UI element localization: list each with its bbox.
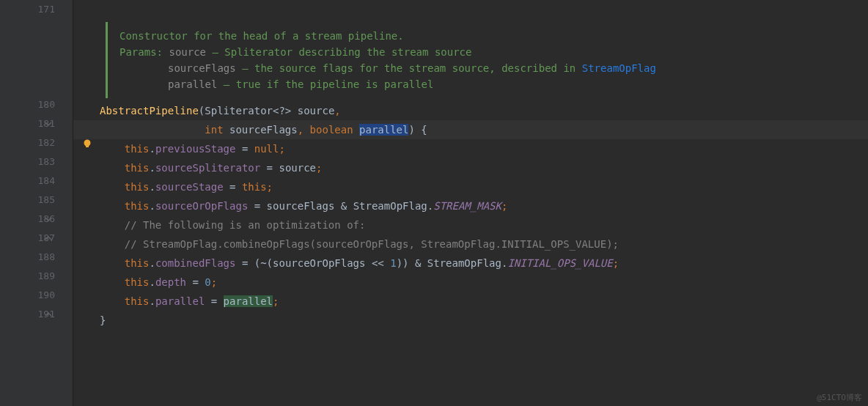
code-line[interactable]: } [100, 311, 868, 330]
line-number: 182 [0, 133, 55, 152]
code-line[interactable]: this.sourceStage = this; [100, 177, 868, 196]
code-editor[interactable]: 171 180 181 182 183 184 185 186 [0, 0, 868, 406]
line-number: 180 [0, 95, 55, 114]
fold-marker-icon[interactable] [45, 120, 52, 128]
line-numbers: 171 180 181 182 183 184 185 186 [0, 0, 73, 324]
svg-point-0 [84, 140, 91, 147]
line-number: 183 [0, 152, 55, 171]
selection-highlight: parallel [359, 124, 408, 136]
javadoc-summary: Constructor for the head of a stream pip… [119, 30, 404, 42]
line-number: 181 [0, 114, 55, 133]
javadoc-block: Constructor for the head of a stream pip… [106, 22, 868, 98]
usage-highlight: parallel [224, 295, 273, 307]
line-number: 184 [0, 171, 55, 191]
code-line[interactable]: this.previousStage = null; [100, 139, 868, 158]
intention-bulb-icon[interactable] [82, 139, 92, 149]
javadoc-link[interactable]: StreamOpFlag [582, 62, 656, 74]
line-number: 191 [0, 305, 55, 324]
javadoc-params-label: Params: [119, 46, 163, 58]
svg-rect-1 [86, 146, 89, 147]
line-number: 186 [0, 210, 55, 229]
watermark: @51CTO博客 [817, 392, 862, 403]
line-number [0, 57, 55, 76]
code-line[interactable]: this.sourceSpliterator = source; [100, 158, 868, 177]
line-number [0, 19, 55, 38]
code-line[interactable]: AbstractPipeline(Spliterator<?> source, [100, 101, 868, 120]
code-line-current[interactable]: int sourceFlags, boolean parallel) { [73, 120, 868, 139]
fold-marker-icon[interactable] [45, 215, 52, 223]
line-number: 171 [0, 0, 55, 19]
javadoc-param-name: sourceFlags [168, 62, 236, 74]
line-number: 188 [0, 248, 55, 267]
code-line[interactable]: this.combinedFlags = (~(sourceOrOpFlags … [100, 254, 868, 273]
line-number: 185 [0, 191, 55, 210]
line-number [0, 76, 55, 95]
fold-marker-icon[interactable] [45, 311, 52, 318]
javadoc-param-desc: – Spliterator describing the stream sour… [206, 46, 471, 58]
line-number: 187 [0, 229, 55, 248]
code-line[interactable]: // StreamOpFlag.combineOpFlags(sourceOrO… [100, 235, 868, 254]
fold-marker-icon[interactable] [45, 235, 52, 242]
javadoc-param-name: source [169, 46, 206, 58]
code-line[interactable]: this.parallel = parallel; [100, 292, 868, 311]
javadoc-param-desc: – the source flags for the stream source… [236, 62, 582, 74]
code-area[interactable]: Constructor for the head of a stream pip… [73, 0, 868, 406]
code-line[interactable]: this.depth = 0; [100, 273, 868, 292]
line-number [0, 38, 55, 57]
line-number: 190 [0, 286, 55, 305]
javadoc-param-desc: – true if the pipeline is parallel [217, 78, 433, 90]
gutter: 171 180 181 182 183 184 185 186 [0, 0, 73, 406]
code-line[interactable]: this.sourceOrOpFlags = sourceFlags & Str… [100, 196, 868, 215]
code-line[interactable]: // The following is an optimization of: [100, 215, 868, 235]
javadoc-param-name: parallel [168, 78, 217, 90]
line-number: 189 [0, 267, 55, 286]
